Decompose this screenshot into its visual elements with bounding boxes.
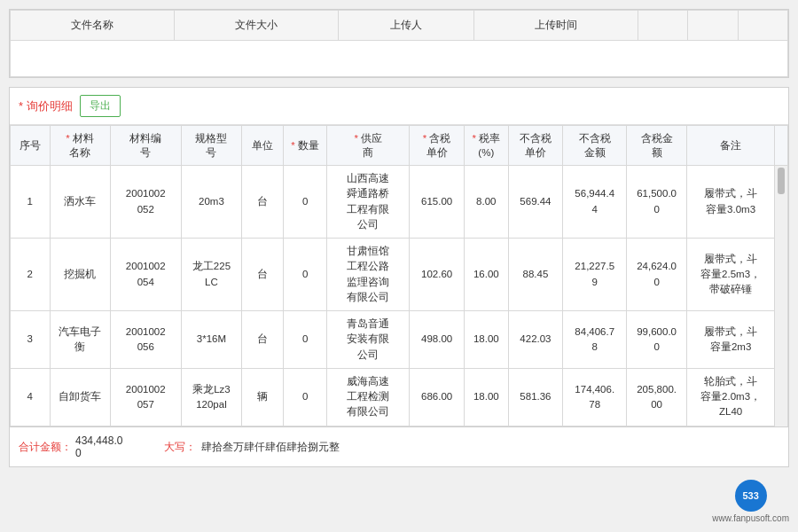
file-col-size: 文件大小 bbox=[175, 11, 339, 41]
cell-tax-price bbox=[410, 426, 465, 426]
cell-notax-amount: 174,406.78 bbox=[563, 368, 627, 426]
export-button[interactable]: 导出 bbox=[80, 95, 121, 117]
cell-material-name: 自卸货车 bbox=[50, 368, 110, 426]
total-amount: 434,448.00 bbox=[75, 434, 146, 459]
cell-notax-amount: 21,227.59 bbox=[563, 239, 627, 311]
cell-material-name: 洒水车 bbox=[50, 166, 110, 239]
cell-qty: 0 bbox=[283, 239, 326, 311]
table-row: 3 汽车电子衡 2001002056 3*16M 台 0 青岛音通安装有限公司 … bbox=[11, 311, 788, 369]
cell-notax-amount: 56,944.44 bbox=[563, 166, 627, 239]
cell-spec: 3*16M bbox=[181, 311, 241, 369]
table-row: 4 自卸货车 2001002057 乘龙Lz3120pal 辆 0 威海高速工程… bbox=[11, 368, 788, 426]
cell-supplier: 胶州市基... bbox=[327, 426, 410, 426]
cell-unit: 台 bbox=[241, 166, 283, 239]
daxie-value: 肆拾叁万肆仟肆佰肆拾捌元整 bbox=[201, 440, 340, 455]
cell-supplier: 山西高速舜通路桥工程有限公司 bbox=[327, 166, 410, 239]
file-table: 文件名称 文件大小 上传人 上传时间 bbox=[10, 10, 788, 77]
daxie-label: 大写： bbox=[164, 440, 196, 455]
cell-unit: 辆 bbox=[241, 368, 283, 426]
cell-tax-rate: 18.00 bbox=[465, 368, 508, 426]
cell-spec: 20m3 bbox=[181, 166, 241, 239]
cell-remark: 轮胎式，斗容量2.0m3，ZL40 bbox=[687, 368, 775, 426]
cell-notax-amount: 84,406.78 bbox=[563, 311, 627, 369]
cell-qty: 0 bbox=[283, 368, 326, 426]
cell-tax-amount: 24,624.00 bbox=[627, 239, 687, 311]
cell-no: 1 bbox=[11, 166, 51, 239]
th-unit: 单位 bbox=[241, 126, 283, 166]
cell-tax-price: 686.00 bbox=[410, 368, 465, 426]
cell-no: 3 bbox=[11, 311, 51, 369]
cell-tax-price: 498.00 bbox=[410, 311, 465, 369]
cell-remark: 履带式，斗容量2.5m3，带破碎锤 bbox=[687, 239, 775, 311]
th-notax-amount: 不含税金额 bbox=[563, 126, 627, 166]
table-row: 上传件 2001002 胶州市基... bbox=[11, 426, 788, 426]
inquiry-section: * 询价明细 导出 序号 材料名称 材料编号 规格型号 单位 数量 供应商 含税… bbox=[9, 87, 789, 467]
file-col-extra3 bbox=[738, 11, 787, 41]
file-col-uploader: 上传人 bbox=[339, 11, 474, 41]
cell-tax-rate: 18.00 bbox=[465, 311, 508, 369]
cell-spec: 乘龙Lz3120pal bbox=[181, 368, 241, 426]
cell-material-code: 2001002 bbox=[110, 426, 181, 426]
cell-notax-amount bbox=[563, 426, 627, 426]
cell-notax-price: 88.45 bbox=[508, 239, 563, 311]
cell-spec: 龙工225LC bbox=[181, 239, 241, 311]
cell-unit bbox=[241, 426, 283, 426]
th-scrollbar bbox=[775, 126, 788, 166]
th-tax-rate: 税率(%) bbox=[465, 126, 508, 166]
cell-tax-amount bbox=[627, 426, 687, 426]
cell-tax-rate: 8.00 bbox=[465, 166, 508, 239]
footer-row: 合计金额： 434,448.00 大写： 肆拾叁万肆仟肆佰肆拾捌元整 bbox=[10, 426, 788, 466]
th-tax-price: 含税单价 bbox=[410, 126, 465, 166]
th-tax-amount: 含税金额 bbox=[627, 126, 687, 166]
cell-tax-rate bbox=[465, 426, 508, 426]
file-col-name: 文件名称 bbox=[11, 11, 175, 41]
cell-qty: 0 bbox=[283, 166, 326, 239]
cell-tax-amount: 205,800.00 bbox=[627, 368, 687, 426]
cell-no: 2 bbox=[11, 239, 51, 311]
site-url: www.fanpusoft.com bbox=[712, 513, 789, 523]
th-spec: 规格型号 bbox=[181, 126, 241, 166]
cell-tax-price: 615.00 bbox=[410, 166, 465, 239]
cell-material-code: 2001002057 bbox=[110, 368, 181, 426]
cell-unit: 台 bbox=[241, 239, 283, 311]
th-supplier: 供应商 bbox=[327, 126, 410, 166]
cell-remark: 履带式，斗容量3.0m3 bbox=[687, 166, 775, 239]
cell-remark: 履带式，斗容量2m3 bbox=[687, 311, 775, 369]
file-col-time: 上传时间 bbox=[473, 11, 638, 41]
th-material-code: 材料编号 bbox=[110, 126, 181, 166]
file-table-section: 文件名称 文件大小 上传人 上传时间 bbox=[9, 9, 789, 78]
cell-material-name: 上传件 bbox=[50, 426, 110, 426]
th-material-name: 材料名称 bbox=[50, 126, 110, 166]
cell-material-code: 2001002052 bbox=[110, 166, 181, 239]
cell-no: 4 bbox=[11, 368, 51, 426]
cell-remark bbox=[687, 426, 775, 426]
th-qty: 数量 bbox=[283, 126, 326, 166]
cell-tax-amount: 99,600.00 bbox=[627, 311, 687, 369]
table-row: 1 洒水车 2001002052 20m3 台 0 山西高速舜通路桥工程有限公司… bbox=[11, 166, 788, 239]
cell-tax-amount: 61,500.00 bbox=[627, 166, 687, 239]
data-table: 序号 材料名称 材料编号 规格型号 单位 数量 供应商 含税单价 税率(%) 不… bbox=[10, 125, 788, 426]
cell-notax-price: 569.44 bbox=[508, 166, 563, 239]
cell-qty: 0 bbox=[283, 311, 326, 369]
cell-supplier: 威海高速工程检测有限公司 bbox=[327, 368, 410, 426]
file-col-extra1 bbox=[638, 11, 688, 41]
cell-material-name: 汽车电子衡 bbox=[50, 311, 110, 369]
cell-spec bbox=[181, 426, 241, 426]
inquiry-header: * 询价明细 导出 bbox=[10, 88, 788, 125]
cell-tax-rate: 16.00 bbox=[465, 239, 508, 311]
cell-notax-price bbox=[508, 426, 563, 426]
cell-supplier: 甘肃恒馆工程公路监理咨询有限公司 bbox=[327, 239, 410, 311]
cell-qty bbox=[283, 426, 326, 426]
th-notax-price: 不含税单价 bbox=[508, 126, 563, 166]
th-remark: 备注 bbox=[687, 126, 775, 166]
total-label: 合计金额： bbox=[19, 440, 72, 455]
chat-badge[interactable]: 533 bbox=[735, 480, 767, 512]
cell-unit: 台 bbox=[241, 311, 283, 369]
table-wrapper: 序号 材料名称 材料编号 规格型号 单位 数量 供应商 含税单价 税率(%) 不… bbox=[10, 125, 788, 426]
table-row: 2 挖掘机 2001002054 龙工225LC 台 0 甘肃恒馆工程公路监理咨… bbox=[11, 239, 788, 311]
cell-tax-price: 102.60 bbox=[410, 239, 465, 311]
cell-no bbox=[11, 426, 51, 426]
scrollbar[interactable] bbox=[775, 166, 788, 426]
cell-supplier: 青岛音通安装有限公司 bbox=[327, 311, 410, 369]
cell-material-code: 2001002054 bbox=[110, 239, 181, 311]
